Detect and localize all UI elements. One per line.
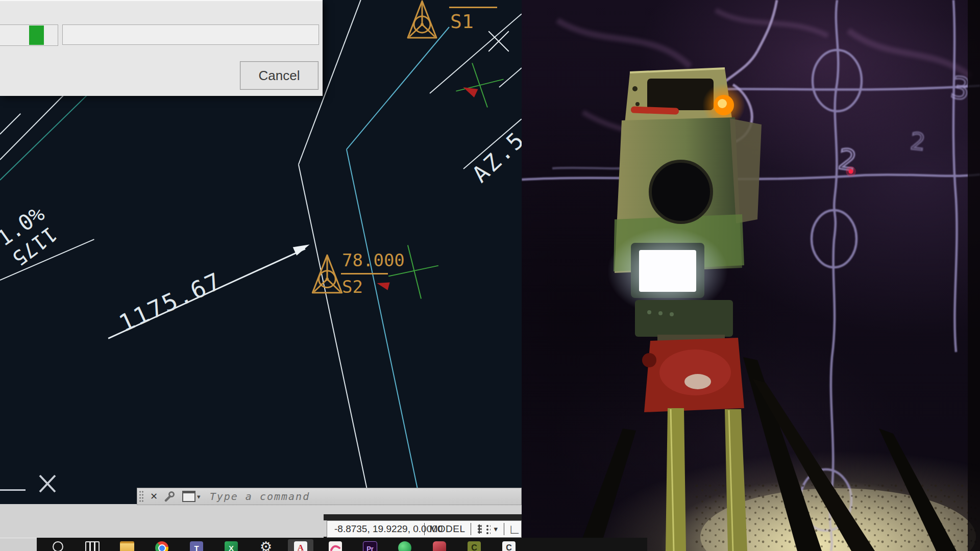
taskbar-autocad-icon[interactable]: A — [291, 541, 310, 551]
wrench-icon[interactable] — [164, 491, 175, 502]
chalk-numbers: 2 2 3 — [836, 70, 973, 178]
chevron-down-icon[interactable]: ▾ — [494, 524, 498, 534]
coordinates-readout[interactable]: -8.8735, 19.9229, 0.0000 — [334, 523, 420, 535]
ucs-icon — [37, 471, 59, 494]
status-gap — [324, 514, 522, 520]
survey-station-icon — [311, 253, 343, 297]
chevron-down-icon: ▾ — [197, 493, 201, 500]
progress-indicator — [29, 26, 44, 45]
survey-station-icon — [401, 0, 443, 42]
station-s2[interactable]: 78.000 S2 — [311, 250, 434, 301]
progress-track — [62, 24, 319, 45]
cancel-button[interactable]: Cancel — [240, 61, 318, 90]
model-space-button[interactable]: MODEL — [428, 523, 466, 535]
snap-mode-icon[interactable] — [485, 523, 491, 535]
cad-line-teal — [0, 91, 91, 180]
station-value: 78.000 — [450, 0, 517, 4]
drag-grip[interactable] — [139, 490, 144, 503]
taskbar-settings-icon[interactable]: ⚙ — [256, 541, 276, 551]
station-name: S1 — [450, 10, 474, 33]
command-bar: ✕ ▾ Type a command — [137, 488, 522, 505]
taskbar-left-sliver — [0, 538, 37, 551]
station-name: S2 — [342, 277, 363, 297]
screen: 1175.67 AZ.5 1.0% 1175 78.000 S1 — [0, 0, 980, 551]
telescope-lens — [650, 161, 712, 222]
cad-line — [499, 67, 522, 87]
azimuth-text[interactable]: AZ.5 — [467, 126, 522, 187]
taskbar-task-view-icon[interactable] — [83, 541, 102, 551]
taskbar-excel-icon[interactable]: X — [222, 541, 241, 551]
wall-number: 2 — [909, 127, 927, 156]
station-underline — [449, 7, 497, 8]
total-station — [607, 68, 762, 412]
grid-display-icon[interactable] — [476, 523, 482, 535]
taskbar-green-app-icon[interactable] — [395, 541, 414, 551]
taskbar-teams-icon[interactable]: T — [187, 541, 206, 551]
laser-dot — [849, 169, 853, 174]
status-bar: -8.8735, 19.9229, 0.0000 MODEL ▾ ∟ — [327, 520, 522, 538]
station-underline — [341, 273, 388, 274]
taskbar-c-app-white-icon[interactable]: C — [499, 541, 519, 551]
taskbar-chrome-icon[interactable] — [152, 541, 172, 551]
taskbar-file-explorer-icon[interactable] — [117, 541, 137, 551]
taskbar-c-app-olive-icon[interactable]: C — [464, 541, 484, 551]
dimension-text[interactable]: 1175.67 — [115, 267, 226, 337]
ucs-icon — [0, 489, 26, 491]
station-s1[interactable]: 78.000 S1 — [401, 0, 522, 43]
taskbar-premiere-icon[interactable]: Pr — [360, 541, 380, 551]
taskbar-search-icon[interactable] — [48, 541, 67, 551]
recent-commands-icon[interactable]: ▾ — [182, 491, 201, 502]
progress-dialog: Cancel — [0, 0, 323, 96]
close-icon[interactable]: ✕ — [150, 492, 158, 501]
dimension-arrowhead — [293, 240, 312, 256]
command-input[interactable]: Type a command — [210, 490, 310, 503]
station-value: 78.000 — [342, 250, 405, 270]
instrument-screen — [639, 250, 696, 292]
cad-line — [0, 113, 21, 135]
rock-texture — [557, 10, 971, 163]
site-photo-total-station: 2 2 3 — [522, 0, 980, 551]
taskbar-capture-app-icon[interactable] — [326, 541, 345, 551]
taskbar: T X ⚙ A Pr C C — [37, 538, 647, 551]
taskbar-red-cube-app-icon[interactable] — [430, 541, 449, 551]
ucs-toggle-icon[interactable]: ∟ — [508, 522, 521, 536]
